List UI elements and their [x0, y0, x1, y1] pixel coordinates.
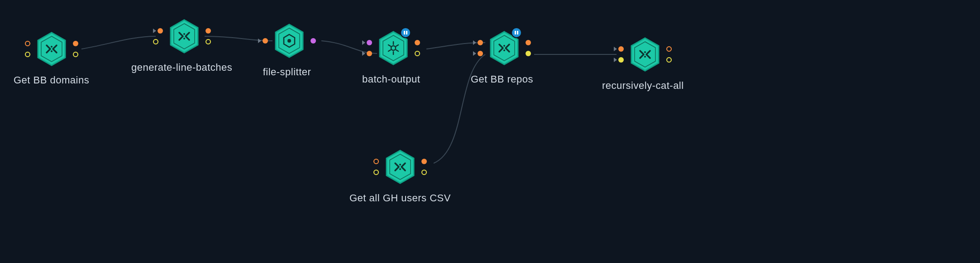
input-ports [614, 46, 624, 63]
node-label: batch-output [362, 73, 420, 85]
node-hexagon[interactable] [630, 37, 660, 72]
output-port[interactable] [73, 52, 78, 57]
input-port[interactable] [473, 40, 483, 45]
shell-icon [169, 19, 199, 54]
node-hexagon[interactable] [37, 32, 67, 66]
input-ports [373, 159, 379, 175]
output-ports [206, 28, 211, 44]
svg-marker-4 [171, 20, 198, 53]
shell-icon [630, 37, 660, 72]
node-hexagon[interactable] [169, 19, 199, 54]
input-ports [362, 40, 372, 56]
svg-point-6 [183, 33, 185, 35]
svg-point-36 [399, 168, 401, 170]
node-hexagon[interactable] [385, 150, 415, 184]
output-port[interactable] [666, 46, 672, 52]
output-port[interactable] [421, 159, 427, 164]
svg-point-25 [503, 45, 505, 47]
output-port[interactable] [666, 57, 672, 63]
node-batch-output[interactable]: batch-output [362, 31, 420, 85]
node-label: Get BB repos [471, 73, 533, 85]
node-get-bb-repos[interactable]: Get BB repos [471, 31, 533, 85]
svg-point-11 [287, 39, 291, 43]
input-port[interactable] [153, 28, 163, 34]
output-port[interactable] [526, 51, 531, 56]
node-get-bb-domains[interactable]: Get BB domains [14, 32, 89, 86]
node-hexagon[interactable] [378, 31, 408, 65]
input-port[interactable] [25, 52, 30, 57]
svg-point-2 [51, 46, 53, 48]
node-label: Get all GH users CSV [349, 192, 451, 204]
svg-point-32 [644, 56, 646, 58]
node-hexagon[interactable] [274, 24, 304, 58]
output-port[interactable] [206, 28, 211, 34]
node-label: file-splitter [263, 66, 311, 78]
pause-badge [400, 27, 411, 38]
input-port[interactable] [362, 51, 372, 56]
output-port[interactable] [311, 38, 316, 44]
node-label: Get BB domains [14, 74, 89, 86]
svg-rect-28 [517, 31, 518, 34]
input-ports [258, 38, 268, 44]
node-get-all-gh-users-csv[interactable]: Get all GH users CSV [349, 150, 451, 204]
shell-icon [37, 32, 67, 66]
node-label: recursively-cat-all [602, 80, 684, 92]
shell-icon [385, 150, 415, 184]
input-port[interactable] [373, 170, 379, 175]
input-port[interactable] [614, 46, 624, 52]
input-port[interactable] [153, 39, 163, 44]
input-port[interactable] [362, 40, 372, 45]
svg-point-35 [399, 164, 401, 166]
input-port[interactable] [473, 51, 483, 56]
node-label: generate-line-batches [131, 62, 232, 73]
input-ports [25, 41, 30, 57]
input-port[interactable] [373, 159, 379, 164]
svg-rect-21 [404, 31, 405, 34]
output-ports [421, 159, 427, 175]
node-generate-line-batches[interactable]: generate-line-batches [131, 19, 232, 73]
output-port[interactable] [415, 40, 420, 45]
output-ports [311, 38, 316, 44]
input-port[interactable] [25, 41, 30, 46]
pause-badge [511, 27, 522, 38]
output-port[interactable] [526, 40, 531, 45]
output-ports [526, 40, 531, 56]
svg-marker-33 [387, 151, 414, 183]
splitter-icon [274, 24, 304, 58]
svg-rect-22 [406, 31, 407, 34]
output-ports [415, 40, 420, 56]
workflow-canvas[interactable]: Get BB domains generate-line-batches [0, 0, 980, 263]
svg-rect-27 [515, 31, 516, 34]
input-ports [153, 28, 163, 44]
node-recursively-cat-all[interactable]: recursively-cat-all [602, 37, 684, 92]
output-port[interactable] [415, 51, 420, 56]
svg-point-31 [644, 51, 646, 53]
input-port[interactable] [614, 57, 624, 63]
node-file-splitter[interactable]: file-splitter [258, 24, 316, 78]
output-port[interactable] [421, 170, 427, 175]
output-port[interactable] [206, 39, 211, 44]
output-port[interactable] [73, 41, 78, 46]
svg-point-7 [183, 38, 185, 39]
output-ports [666, 46, 672, 63]
svg-point-3 [51, 50, 53, 52]
svg-point-26 [503, 49, 505, 51]
input-port[interactable] [258, 38, 268, 44]
node-hexagon[interactable] [489, 31, 519, 65]
svg-marker-0 [38, 33, 65, 65]
svg-marker-29 [631, 38, 659, 71]
input-ports [473, 40, 483, 56]
output-ports [73, 41, 78, 57]
